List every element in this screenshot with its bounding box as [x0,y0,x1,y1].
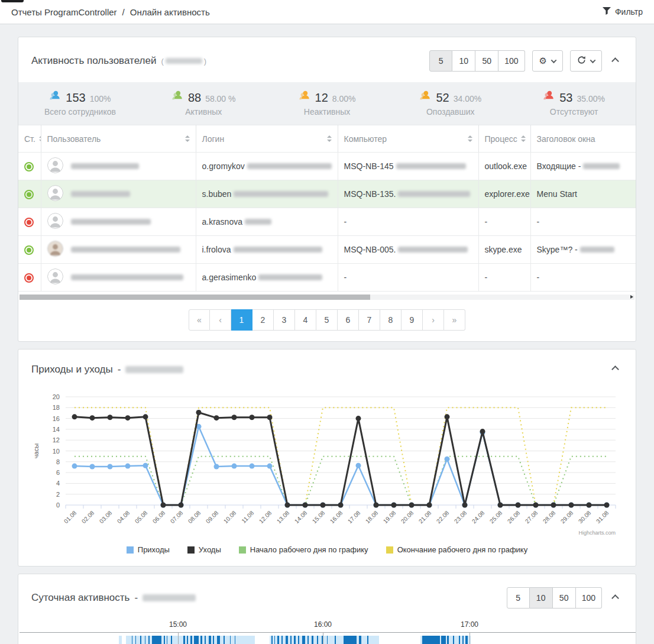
activity-bar [135,636,136,644]
activity-bar [209,636,211,644]
collapse-panel-button[interactable] [609,54,621,68]
sort-icon[interactable] [323,135,332,142]
svg-text:08.08: 08.08 [187,509,202,525]
legend-item-0[interactable]: Приходы [127,545,170,554]
activity-bar [422,636,440,644]
activity-bar [465,636,468,644]
sort-icon[interactable] [464,135,472,142]
settings-dropdown-button[interactable]: ⚙ [532,50,563,72]
daily-activity-header: Суточная активность - 51050100 [18,574,636,619]
legend-swatch [386,546,393,554]
pagination-arrow[interactable]: ‹ [210,309,231,331]
arrivals-departures-chart: 02468101214161820часы01.0802.0803.0804.0… [18,387,636,542]
svg-text:01.08: 01.08 [63,509,78,525]
svg-text:23.08: 23.08 [453,509,468,525]
column-label: Ст. [24,134,35,144]
column-header-0[interactable]: Ст. [18,125,41,153]
svg-text:4: 4 [56,480,60,487]
page-size-100[interactable]: 100 [498,50,525,72]
activity-bar [224,636,225,644]
computer-value: MSQ-NB-135. [344,189,396,199]
legend-label: Уходы [199,545,221,554]
pagination-page-3[interactable]: 3 [274,309,295,331]
person-icon [543,89,555,104]
legend-label: Приходы [138,545,170,554]
column-header-4[interactable]: Процесс [478,125,530,153]
user-activity-header: Активность пользователей () 51050100 ⚙ [18,37,636,82]
svg-text:06.08: 06.08 [151,509,167,525]
pagination-page-6[interactable]: 6 [338,309,359,331]
arrivals-departures-title: Приходы и уходы - [31,364,183,376]
sort-icon[interactable] [35,135,41,142]
pagination-arrow[interactable]: » [444,309,465,331]
page-size-5[interactable]: 5 [507,587,530,609]
table-row[interactable]: o.gromykovMSQ-NB-145outlook.exeВходящие … [18,153,636,180]
user-activity-date: () [161,57,206,66]
pagination-page-7[interactable]: 7 [359,309,380,331]
legend-label: Начало рабочего дня по графику [250,545,368,554]
legend-item-3[interactable]: Окончание рабочего дня по графику [386,545,528,554]
pagination-page-8[interactable]: 8 [380,309,402,331]
svg-text:12: 12 [53,436,60,444]
page-size-10[interactable]: 10 [530,587,553,609]
chevron-up-icon [611,57,619,65]
collapse-panel-button[interactable] [609,363,621,376]
pagination-page-4[interactable]: 4 [295,309,316,331]
breadcrumb-separator: / [122,7,125,17]
svg-text:14: 14 [53,426,60,433]
activity-bar [447,636,449,644]
pagination-page-2[interactable]: 2 [252,309,274,331]
person-icon [49,89,61,104]
activity-bar [312,636,313,644]
sort-icon[interactable] [182,135,190,142]
table-row[interactable]: i.frolovaMSQ-NB-005.skype.exeSkype™? - [18,236,636,264]
collapse-panel-button[interactable] [609,591,621,605]
breadcrumb: Отчеты ProgramController / Онлайн активн… [11,7,210,17]
window-title-value: - [537,217,540,226]
activity-bar [194,636,199,644]
page-size-5[interactable]: 5 [429,50,452,72]
users-table: Ст.ПользовательЛогинКомпьютерПроцессЗаго… [18,125,636,292]
scrollbar-right-arrow-icon[interactable] [630,295,633,299]
stat-percent: 8.00% [332,94,356,103]
page-size-50[interactable]: 50 [553,587,576,609]
column-header-5[interactable]: Заголовок окна [530,125,636,153]
svg-text:18.08: 18.08 [364,509,380,525]
activity-bar [298,636,299,644]
pagination-arrow[interactable]: « [189,309,210,331]
pagination-page-1[interactable]: 1 [231,309,252,331]
breadcrumb-root[interactable]: Отчеты ProgramController [11,7,117,17]
table-row[interactable]: a.gerasimenko--- [18,264,636,292]
scrollbar-thumb[interactable] [20,295,370,300]
pagination-page-5[interactable]: 5 [316,309,338,331]
refresh-dropdown-button[interactable] [570,50,602,72]
stat-1: 88 58.00 % Активных [142,89,266,116]
pagination-page-9[interactable]: 9 [402,309,423,331]
user-activity-panel: Активность пользователей () 51050100 ⚙ [18,37,636,342]
horizontal-scrollbar[interactable] [20,295,634,300]
table-row[interactable]: a.krasnova--- [18,208,636,236]
filter-button[interactable]: Фильтр [603,7,643,17]
page-size-50[interactable]: 50 [475,50,498,72]
stat-label: Активных [185,107,222,116]
activity-bar [152,636,161,644]
legend-item-1[interactable]: Уходы [187,545,221,554]
time-tick [178,632,179,644]
svg-text:24.08: 24.08 [471,509,486,525]
table-row[interactable]: s.bubenMSQ-NB-135.explorer.exeMenu Start [18,180,636,208]
page-size-100[interactable]: 100 [576,587,602,609]
column-header-2[interactable]: Логин [196,125,338,153]
page-size-10[interactable]: 10 [452,50,475,72]
legend-item-2[interactable]: Начало рабочего дня по графику [239,545,368,554]
column-header-1[interactable]: Пользователь [41,125,196,153]
status-icon-inactive [24,218,34,227]
sort-icon[interactable] [517,135,526,142]
filter-button-label: Фильтр [615,7,643,17]
column-header-3[interactable]: Компьютер [338,125,478,153]
avatar [47,241,63,258]
column-label: Компьютер [344,134,387,144]
computer-value: MSQ-NB-145 [344,161,394,171]
pagination-arrow[interactable]: › [423,309,444,331]
svg-text:10.08: 10.08 [222,509,238,525]
redacted-user-name [143,594,196,601]
